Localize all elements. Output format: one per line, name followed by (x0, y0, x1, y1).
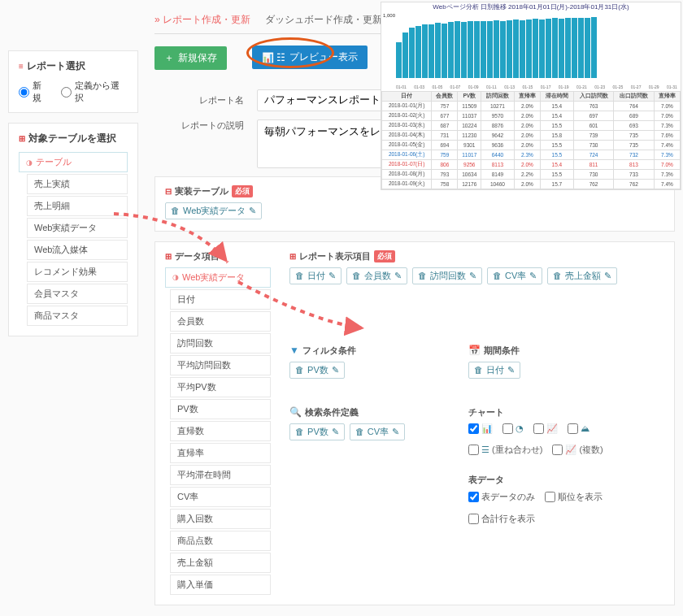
table-item[interactable]: 売上実績 (27, 174, 128, 194)
edit-icon: ✎ (332, 365, 339, 375)
chart-bar (487, 21, 493, 78)
marker-icon: ⊞ (19, 134, 25, 143)
caret-icon: ◑ (172, 273, 179, 281)
trash-icon: 🗑 (295, 427, 304, 436)
field-tag[interactable]: 🗑PV数✎ (289, 423, 345, 440)
table-item[interactable]: Web実績データ (27, 218, 128, 238)
source-table-tag[interactable]: 🗑 Web実績データ ✎ (165, 202, 262, 219)
chk-pie[interactable]: ◔ (502, 423, 524, 434)
line-chart-icon: 📈 (546, 423, 558, 434)
data-field-item[interactable]: 直帰数 (170, 421, 271, 441)
data-field-item[interactable]: 平均PV数 (170, 377, 271, 397)
table-row: 2018-01-02(火)6771103795702.0%15.46976897… (382, 111, 681, 121)
label-report-desc: レポートの説明 (154, 119, 244, 132)
data-field-item[interactable]: 購入回数 (170, 509, 271, 529)
radio-existing[interactable]: 定義から選択 (61, 80, 128, 104)
chart-title: Webページ分析 日別推移 2018年01月01日(月)-2018年01月31日… (381, 2, 681, 11)
table-item[interactable]: レコメンド効果 (27, 262, 128, 282)
chart-preview-overlay: Webページ分析 日別推移 2018年01月01日(月)-2018年01月31日… (381, 2, 681, 190)
chart-bar (481, 21, 486, 78)
chart-icon: 📊 ☷ (262, 52, 285, 63)
field-tag[interactable]: 🗑PV数✎ (289, 362, 345, 379)
data-field-item[interactable]: 訪問回数 (170, 333, 271, 354)
chart-bar (422, 24, 428, 78)
trash-icon: 🗑 (352, 271, 361, 280)
chart-bar (552, 18, 558, 78)
data-field-item[interactable]: 商品点数 (170, 531, 271, 551)
table-header: 日付 (382, 92, 432, 102)
data-fields-col: ⊞ データ項目 ◑ Web実績データ 日付会員数訪問回数平均訪問回数平均PV数P… (165, 250, 271, 596)
table-row: 2018-01-09(火)75812176104602.0%15.7762762… (382, 180, 681, 189)
table-item[interactable]: 会員マスタ (27, 284, 128, 304)
field-tag[interactable]: 🗑会員数✎ (346, 267, 407, 284)
report-fields-col: ⊞ レポート表示項目 必須 🗑日付✎🗑会員数✎🗑訪問回数✎🗑CV率✎🗑売上金額✎… (289, 250, 623, 525)
chart-bar (591, 17, 597, 78)
table-row: 2018-01-04(木)7311123096422.0%15.87397357… (382, 131, 681, 141)
chart-bar (500, 21, 506, 78)
grid-icon: ⊞ (165, 252, 172, 261)
chart-data-table: 日付会員数PV数訪問回数直帰率滞在時間入口訪問数出口訪問数直帰率 2018-01… (381, 91, 681, 189)
chk-rank[interactable]: 順位を表示 (545, 491, 603, 503)
data-field-item[interactable]: 日付 (170, 289, 271, 310)
data-field-item[interactable]: 購入単価 (170, 575, 271, 595)
trash-icon: 🗑 (295, 365, 304, 375)
field-tag[interactable]: 🗑訪問回数✎ (412, 267, 482, 284)
data-field-item[interactable]: 会員数 (170, 311, 271, 332)
edit-icon: ✎ (332, 427, 339, 437)
chart-type-row: 📊 ◔ 📈 ⛰ ☰(重ね合わせ) 📈(複数) (468, 423, 623, 456)
data-field-item[interactable]: 平均訪問回数 (170, 355, 271, 375)
data-field-item[interactable]: PV数 (170, 399, 271, 419)
search-icon: 🔍 (289, 406, 302, 418)
chart-bar (429, 24, 434, 78)
marker-icon: ⊟ (165, 187, 172, 196)
edit-icon: ✎ (604, 271, 611, 281)
chk-data-only[interactable]: 表データのみ (468, 491, 535, 503)
preview-button[interactable]: 📊 ☷ プレビュー表示 (252, 46, 368, 69)
chart-bar (526, 20, 532, 78)
chart-bar (572, 18, 577, 78)
chk-bar[interactable]: 📊 (468, 423, 493, 434)
tree-root[interactable]: ◑ テーブル (19, 152, 128, 172)
chk-multi[interactable]: 📈(複数) (552, 444, 603, 456)
data-field-item[interactable]: CV率 (170, 487, 271, 507)
trash-icon: 🗑 (418, 271, 427, 280)
table-item[interactable]: 売上明細 (27, 196, 128, 216)
edit-icon: ✎ (249, 206, 256, 216)
chart-bar (461, 22, 467, 78)
table-header: 訪問回数 (481, 92, 515, 102)
radio-new[interactable]: 新規 (19, 80, 50, 104)
marker-icon: ≡ (19, 62, 24, 71)
new-save-button[interactable]: ＋新規保存 (154, 46, 227, 70)
field-tag[interactable]: 🗑CV率✎ (487, 267, 542, 284)
chart-bar (565, 18, 571, 78)
chk-overlay[interactable]: ☰(重ね合わせ) (468, 444, 542, 456)
y-axis-label: 1,000 (383, 13, 395, 18)
chart-bar (533, 19, 538, 78)
table-item[interactable]: 商品マスタ (27, 306, 128, 326)
chk-total[interactable]: 合計行を表示 (468, 513, 535, 525)
edit-icon: ✎ (392, 427, 399, 437)
filter-icon: ▼ (289, 345, 299, 356)
data-fields-root[interactable]: ◑ Web実績データ (165, 267, 271, 288)
field-tag[interactable]: 🗑売上金額✎ (547, 267, 617, 284)
chk-area[interactable]: ⛰ (568, 423, 589, 434)
panel-title: ≡ レポート選択 (19, 59, 128, 73)
trash-icon: 🗑 (553, 271, 562, 280)
data-field-item[interactable]: 売上金額 (170, 553, 271, 573)
table-header: 滞在時間 (541, 92, 574, 102)
tab-dashboard-create[interactable]: ダッシュボード作成・更新 (265, 13, 382, 27)
table-header: 入口訪問数 (573, 92, 613, 102)
field-tag[interactable]: 🗑日付✎ (289, 267, 342, 284)
report-select-panel: ≡ レポート選択 新規 定義から選択 (8, 50, 138, 113)
tab-report-create[interactable]: » レポート作成・更新 (154, 13, 250, 27)
trash-icon: 🗑 (295, 271, 304, 280)
table-header: 直帰率 (514, 92, 540, 102)
chart-bar (578, 18, 584, 78)
field-tag[interactable]: 🗑日付✎ (468, 362, 520, 379)
data-field-item[interactable]: 平均滞在時間 (170, 465, 271, 485)
table-item[interactable]: Web流入媒体 (27, 240, 128, 260)
chk-line[interactable]: 📈 (533, 423, 558, 434)
field-tag[interactable]: 🗑CV率✎ (350, 423, 405, 440)
data-field-item[interactable]: 直帰率 (170, 443, 271, 463)
chart-bar (415, 26, 421, 78)
